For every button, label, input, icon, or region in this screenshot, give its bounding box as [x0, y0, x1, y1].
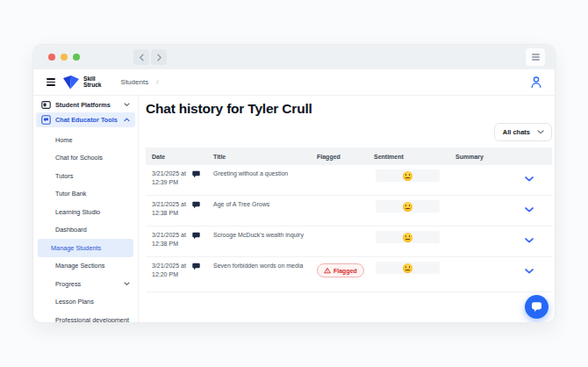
row-title: Greeting without a question [212, 169, 317, 195]
neutral-face-emoji [403, 171, 412, 181]
chevron-down-icon [525, 269, 534, 274]
table-header: Date Title Flagged Sentiment Summary [146, 148, 552, 165]
chevron-down-icon [525, 207, 534, 212]
col-date: Date [146, 154, 212, 160]
breadcrumb-separator: / [156, 78, 158, 86]
chat-bubble-icon [192, 232, 200, 240]
expand-row-button[interactable] [525, 263, 534, 277]
logo-mark-icon [62, 75, 80, 90]
browser-menu-button[interactable] [526, 48, 545, 66]
row-title: Scrooge McDuck's wealth inquiry [212, 231, 317, 256]
sidebar-item-progress[interactable]: Progress [38, 275, 133, 293]
sidebar-item-professional-development[interactable]: Professional development [38, 311, 133, 323]
sidebar-section-student-platforms[interactable]: Student Platforms [36, 97, 135, 112]
row-summary [455, 200, 524, 226]
chat-bubble-icon [192, 263, 200, 270]
page-title: Chat history for Tyler Crull [146, 101, 552, 117]
sidebar-item-chat-for-schools[interactable]: Chat for Schools [38, 149, 133, 168]
row-flagged [317, 231, 374, 256]
skill-struck-logo[interactable]: Skill Struck [62, 75, 102, 90]
expand-row-button[interactable] [525, 233, 534, 246]
row-title: Seven forbidden words on media [212, 262, 317, 291]
chats-filter-value: All chats [503, 128, 530, 136]
row-date: 3/21/2025 at 12:38 PM [146, 200, 212, 226]
chat-history-table: Date Title Flagged Sentiment Summary 3/2… [146, 148, 552, 292]
row-sentiment [374, 200, 455, 226]
warning-triangle-icon [324, 267, 331, 274]
sidebar: Student Platforms Chat Educator Tools Ho… [33, 96, 139, 323]
sidebar-nav: Home Chat for Schools Tutors Tutor Bank … [33, 131, 138, 323]
main-content: Chat history for Tyler Crull All chats D… [139, 96, 556, 323]
sidebar-item-lesson-plans[interactable]: Lesson Plans [38, 293, 133, 312]
support-chat-button[interactable] [525, 295, 549, 319]
row-sentiment [374, 262, 455, 291]
chat-widget-icon [531, 301, 542, 313]
window-zoom-button[interactable] [73, 54, 80, 61]
chevron-down-icon [124, 103, 130, 107]
neutral-face-emoji [403, 233, 412, 242]
breadcrumb: Students / [121, 78, 159, 86]
logo-text: Skill Struck [83, 76, 102, 89]
breadcrumb-students[interactable]: Students [121, 78, 149, 86]
row-summary [455, 169, 524, 195]
chevron-left-icon [139, 54, 145, 61]
back-button[interactable] [133, 49, 149, 65]
app-header: Skill Struck Students / [33, 69, 555, 96]
row-date: 3/21/2025 at 12:38 PM [146, 231, 212, 256]
sidebar-item-tutor-bank[interactable]: Tutor Bank [38, 185, 133, 204]
app-window: Skill Struck Students / Student Plat [32, 44, 556, 323]
row-flagged [317, 200, 374, 226]
row-flagged [317, 169, 374, 195]
col-title: Title [212, 154, 317, 160]
expand-row-button[interactable] [525, 202, 534, 215]
row-summary [455, 231, 524, 256]
table-row[interactable]: 3/21/2025 at 12:38 PM Scrooge McDuck's w… [146, 227, 552, 257]
flagged-badge: Flagged [317, 263, 364, 277]
platforms-icon [41, 100, 51, 110]
expand-row-button[interactable] [525, 171, 534, 184]
sidebar-item-manage-sections[interactable]: Manage Sections [38, 257, 133, 276]
row-summary [455, 262, 524, 291]
chevron-down-icon [525, 176, 534, 182]
sidebar-item-dashboard[interactable]: Dashboard [38, 221, 133, 240]
row-date: 3/21/2025 at 12:39 PM [146, 169, 212, 195]
neutral-face-emoji [403, 202, 412, 212]
row-title: Age of A Tree Grows [212, 200, 317, 226]
row-sentiment [374, 169, 455, 195]
chevron-right-icon [156, 54, 162, 61]
table-row[interactable]: 3/21/2025 at 12:38 PM Age of A Tree Grow… [146, 196, 552, 227]
row-date: 3/21/2025 at 12:20 PM [146, 262, 212, 291]
row-sentiment [374, 231, 455, 256]
menu-lines-icon [532, 54, 540, 54]
chat-bubble-icon [192, 201, 200, 209]
sidebar-section-chat-educator-tools[interactable]: Chat Educator Tools [36, 112, 135, 127]
row-flagged: Flagged [317, 262, 374, 291]
person-icon [530, 76, 542, 89]
table-row[interactable]: 3/21/2025 at 12:39 PM Greeting without a… [146, 165, 552, 196]
chat-tools-icon [41, 115, 51, 125]
chat-bubble-icon [192, 170, 200, 178]
table-row[interactable]: 3/21/2025 at 12:20 PM Seven forbidden wo… [146, 257, 552, 292]
forward-button[interactable] [151, 49, 167, 65]
window-close-button[interactable] [48, 54, 55, 61]
chevron-up-icon [124, 118, 130, 122]
window-minimize-button[interactable] [61, 54, 68, 61]
sidebar-toggle-button[interactable] [45, 76, 57, 88]
col-summary: Summary [455, 154, 524, 160]
col-sentiment: Sentiment [374, 154, 455, 160]
chevron-down-icon [537, 130, 544, 134]
sidebar-item-learning-studio[interactable]: Learning Studio [38, 203, 133, 221]
chats-filter-select[interactable]: All chats [494, 123, 552, 141]
hamburger-icon [47, 78, 55, 80]
account-button[interactable] [530, 76, 542, 89]
chevron-down-icon [525, 238, 534, 243]
sidebar-item-home[interactable]: Home [38, 131, 133, 149]
neutral-face-emoji [403, 263, 412, 273]
sidebar-item-tutors[interactable]: Tutors [38, 167, 133, 185]
browser-toolbar [33, 45, 555, 69]
col-flagged: Flagged [317, 154, 374, 160]
chevron-down-icon [124, 282, 130, 286]
sidebar-item-manage-students[interactable]: Manage Students [38, 239, 133, 257]
